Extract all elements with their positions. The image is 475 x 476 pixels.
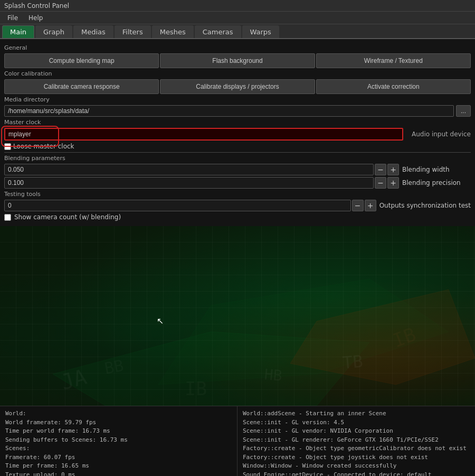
audio-input-device-label: Audio input device	[412, 130, 471, 138]
master-clock-row: Audio input device	[4, 128, 471, 141]
tab-filters[interactable]: Filters	[115, 25, 151, 38]
menu-file[interactable]: File	[2, 13, 23, 23]
world-time-per-frame: Time per world frame: 16.73 ms	[5, 427, 110, 434]
media-directory-label: Media directory	[4, 96, 471, 103]
tab-meshes[interactable]: Meshes	[152, 25, 194, 38]
texture-upload: Texture upload: 0 ms	[5, 471, 75, 477]
tab-graph[interactable]: Graph	[35, 25, 72, 38]
right-log-line-2: Scene::init - GL vendor: NVIDIA Corporat…	[243, 427, 393, 434]
calibration-buttons: Calibrate camera response Calibrate disp…	[4, 79, 471, 94]
testing-tools-plus-button[interactable]: +	[365, 200, 376, 211]
compute-blending-button[interactable]: Compute blending map	[4, 53, 159, 68]
world-framerate: World framerate: 59.79 fps	[5, 419, 96, 426]
viewport: JA BB IB HB TB IB ↖	[0, 226, 475, 406]
blending-precision-minus-button[interactable]: −	[375, 177, 386, 189]
master-clock-label: Master clock	[4, 119, 471, 126]
right-log-line-7: Sound_Engine::getDevice - Connected to d…	[243, 471, 432, 477]
loose-master-clock-row: Loose master clock	[4, 143, 471, 150]
testing-tools-input[interactable]	[4, 200, 351, 211]
tab-bar: Main Graph Medias Filters Meshes Cameras…	[0, 24, 475, 39]
media-directory-row: ...	[4, 105, 471, 117]
calibrate-camera-button[interactable]: Calibrate camera response	[4, 79, 159, 94]
blending-precision-input[interactable]	[4, 177, 374, 189]
scenes-label: Scenes:	[5, 445, 30, 452]
svg-text:HB: HB	[263, 366, 282, 385]
svg-text:TB: TB	[341, 351, 364, 373]
loose-master-clock-checkbox[interactable]	[4, 143, 11, 150]
wireframe-textured-button[interactable]: Wireframe / Textured	[316, 53, 471, 68]
menu-help[interactable]: Help	[23, 13, 48, 23]
blending-precision-plus-button[interactable]: +	[387, 177, 399, 189]
master-clock-input[interactable]	[4, 128, 403, 141]
right-log: World::addScene - Starting an inner Scen…	[238, 406, 475, 476]
blending-width-label: Blending width	[402, 166, 471, 173]
general-buttons: Compute blending map Flash background Wi…	[4, 53, 471, 68]
menubar: File Help	[0, 12, 475, 24]
flash-background-button[interactable]: Flash background	[160, 53, 315, 68]
testing-tools-minus-button[interactable]: −	[352, 200, 364, 211]
scene-time: Time per frame: 16.65 ms	[5, 462, 89, 469]
divider-1	[4, 152, 471, 153]
titlebar: Splash Control Panel	[0, 0, 475, 12]
control-panel: General Compute blending map Flash backg…	[0, 39, 475, 226]
browse-button[interactable]: ...	[456, 105, 471, 117]
activate-correction-button[interactable]: Activate correction	[316, 79, 471, 94]
testing-tools-label: Testing tools	[4, 191, 471, 198]
tab-medias[interactable]: Medias	[73, 25, 113, 38]
right-log-line-6: Window::Window - Window created successf…	[243, 462, 396, 469]
scene-framerate: Framerate: 60.07 fps	[5, 454, 75, 461]
calibrate-displays-button[interactable]: Calibrate displays / projectors	[160, 79, 315, 94]
testing-tools-row: − + Outputs synchronization test	[4, 200, 471, 211]
blending-parameters-label: Blending parameters	[4, 155, 471, 162]
left-log: World: World framerate: 59.79 fps Time p…	[0, 406, 238, 476]
blending-width-minus-button[interactable]: −	[375, 164, 386, 175]
svg-text:BB: BB	[103, 356, 125, 378]
blending-precision-row: − + Blending precision	[4, 177, 471, 189]
show-camera-label: Show camera count (w/ blending)	[14, 213, 121, 221]
loose-master-clock-label: Loose master clock	[13, 143, 74, 150]
tab-warps[interactable]: Warps	[242, 25, 279, 38]
right-log-line-0: World::addScene - Starting an inner Scen…	[243, 410, 386, 417]
blending-width-input[interactable]	[4, 164, 374, 175]
bottom-area: World: World framerate: 59.79 fps Time p…	[0, 406, 475, 476]
tab-main[interactable]: Main	[2, 25, 34, 38]
world-label: World:	[5, 410, 26, 417]
titlebar-text: Splash Control Panel	[4, 2, 69, 10]
general-label: General	[4, 44, 471, 51]
right-log-line-4: Factory::create - Object type geometricC…	[243, 445, 467, 452]
right-log-line-3: Scene::init - GL renderer: GeForce GTX 1…	[243, 436, 439, 443]
show-camera-row: Show camera count (w/ blending)	[4, 213, 471, 221]
color-calibration-label: Color calibration	[4, 70, 471, 77]
tab-cameras[interactable]: Cameras	[195, 25, 241, 38]
right-log-line-1: Scene::init - GL version: 4.5	[243, 419, 344, 426]
viewport-background: JA BB IB HB TB IB ↖	[0, 226, 475, 406]
svg-text:IB: IB	[185, 378, 207, 399]
world-sending-buffers: Sending buffers to Scenes: 16.73 ms	[5, 436, 128, 443]
media-directory-input[interactable]	[4, 105, 454, 117]
scene-svg: JA BB IB HB TB IB	[0, 226, 475, 406]
blending-precision-label: Blending precision	[402, 179, 471, 186]
show-camera-checkbox[interactable]	[4, 214, 11, 221]
right-log-line-5: Factory::create - Object type joystick d…	[243, 454, 428, 461]
sync-test-label: Outputs synchronization test	[379, 202, 471, 209]
blending-width-row: − + Blending width	[4, 164, 471, 175]
blending-width-plus-button[interactable]: +	[387, 164, 399, 175]
